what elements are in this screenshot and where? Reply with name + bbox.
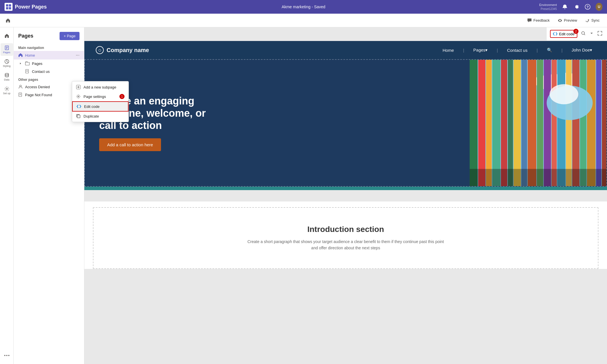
svg-point-52 (549, 84, 578, 104)
chevron-down-icon[interactable] (588, 30, 595, 38)
notification-icon[interactable] (561, 3, 568, 10)
svg-rect-44 (557, 60, 565, 186)
expand-icon[interactable] (596, 30, 604, 38)
nav-styling[interactable]: Styling (1, 57, 13, 69)
svg-rect-1 (9, 4, 11, 7)
nav-rail: Pages Styling Data Set up (0, 27, 14, 364)
hero-cta-button[interactable]: Add a call to action here (99, 138, 161, 151)
edit-code-icon (77, 104, 81, 109)
svg-rect-47 (580, 60, 586, 186)
sidebar-item-contact[interactable]: Contact us (14, 67, 84, 75)
svg-rect-0 (6, 4, 8, 7)
svg-rect-48 (587, 60, 596, 186)
add-page-button[interactable]: + Page (60, 32, 80, 40)
context-add-subpage[interactable]: Add a new subpage (72, 83, 129, 92)
sidebar: Pages + Page Main navigation Home ··· Pa… (14, 27, 84, 364)
svg-rect-26 (77, 115, 80, 118)
toolbar2: Feedback Preview Sync (0, 14, 607, 27)
svg-rect-43 (551, 60, 557, 186)
nav-search-icon[interactable]: 🔍 (543, 48, 556, 53)
svg-rect-32 (470, 60, 478, 186)
svg-point-20 (20, 85, 21, 87)
sync-button[interactable]: Sync (582, 17, 602, 24)
pages-expand-icon[interactable] (18, 61, 23, 66)
preview-area: 2 Edit code (84, 27, 607, 364)
context-edit-code[interactable]: Edit code (72, 101, 129, 112)
svg-rect-36 (501, 60, 507, 186)
svg-point-15 (8, 355, 9, 356)
svg-rect-16 (25, 62, 29, 65)
feedback-button[interactable]: Feedback (524, 17, 553, 24)
add-subpage-icon (76, 85, 81, 89)
nav-setup[interactable]: Set up (1, 84, 13, 97)
home-nav-icon[interactable] (5, 17, 11, 24)
svg-rect-40 (528, 60, 536, 186)
context-page-settings[interactable]: Page settings 1 (72, 92, 129, 101)
svg-point-14 (6, 355, 7, 356)
context-duplicate[interactable]: Duplicate (72, 112, 129, 121)
nav-pages-label: Pages (3, 51, 11, 54)
spacer (84, 190, 607, 201)
nav-setup-label: Set up (3, 92, 10, 95)
zoom-icon[interactable] (580, 30, 587, 38)
svg-rect-2 (6, 7, 8, 9)
nav-user[interactable]: John Doe▾ (568, 48, 596, 53)
help-icon[interactable]: ? (584, 3, 591, 10)
sidebar-header: Pages + Page (14, 32, 84, 44)
svg-text:?: ? (586, 5, 588, 9)
hero-left: Create an engaging headline, welcome, or… (85, 60, 470, 186)
sidebar-title: Pages (18, 33, 33, 39)
main-nav-section: Main navigation (14, 44, 84, 51)
nav-link-pages[interactable]: Pages▾ (470, 48, 491, 53)
svg-rect-38 (514, 60, 521, 186)
hero-section: Create an engaging headline, welcome, or… (84, 59, 607, 187)
edit-code-label: Edit code (559, 32, 575, 36)
edit-code-bar: 2 Edit code (546, 27, 607, 41)
brand-name: Company name (107, 47, 149, 54)
svg-rect-46 (572, 60, 579, 186)
zoom-controls (580, 30, 604, 38)
intro-title: Introduction section (105, 225, 586, 234)
settings-icon[interactable] (573, 3, 580, 10)
nav-link-home[interactable]: Home (439, 48, 457, 53)
svg-rect-33 (478, 60, 485, 186)
user-avatar[interactable]: U (596, 3, 602, 10)
code-icon (553, 32, 557, 36)
intro-section: Introduction section Create a short para… (93, 207, 598, 269)
nav-data-label: Data (4, 78, 9, 81)
nav-data[interactable]: Data (1, 71, 13, 83)
svg-rect-3 (9, 7, 11, 9)
svg-rect-41 (537, 60, 543, 186)
preview-button[interactable]: Preview (555, 17, 580, 24)
sidebar-item-pages[interactable]: Pages (14, 59, 84, 67)
context-menu: Add a new subpage Page settings 1 Edit c… (72, 81, 129, 122)
nav-link-contact[interactable]: Contact us (504, 48, 531, 53)
hero-image (470, 60, 606, 186)
nav-more[interactable] (1, 349, 13, 362)
toolbar2-right: Feedback Preview Sync (524, 17, 602, 24)
svg-rect-50 (602, 60, 606, 186)
folder-icon (25, 61, 30, 66)
sidebar-item-home[interactable]: Home ··· (14, 51, 84, 59)
badge-1: 1 (119, 94, 125, 99)
home-more-button[interactable]: ··· (76, 53, 80, 58)
nav-pages[interactable]: Pages (1, 43, 13, 56)
save-status: Akme marketing - Saved (282, 5, 325, 9)
svg-point-25 (78, 96, 79, 97)
svg-rect-45 (566, 60, 572, 186)
teal-bar (84, 187, 607, 190)
nav-home[interactable] (1, 30, 13, 42)
topbar-right: Environment Preset12345 ? U (539, 3, 602, 11)
page-icon (25, 69, 30, 74)
logo-icon (5, 3, 13, 11)
site-brand: ○ Company name (96, 46, 149, 54)
svg-point-12 (6, 88, 7, 90)
svg-rect-35 (492, 60, 500, 186)
svg-point-13 (4, 355, 5, 356)
edit-code-button[interactable]: 2 Edit code (550, 30, 577, 38)
svg-rect-42 (544, 60, 551, 186)
svg-point-11 (5, 73, 9, 75)
main-layout: Pages Styling Data Set up Pages + Page M… (0, 27, 607, 364)
toolbar2-left (5, 17, 11, 24)
svg-rect-49 (596, 60, 601, 186)
